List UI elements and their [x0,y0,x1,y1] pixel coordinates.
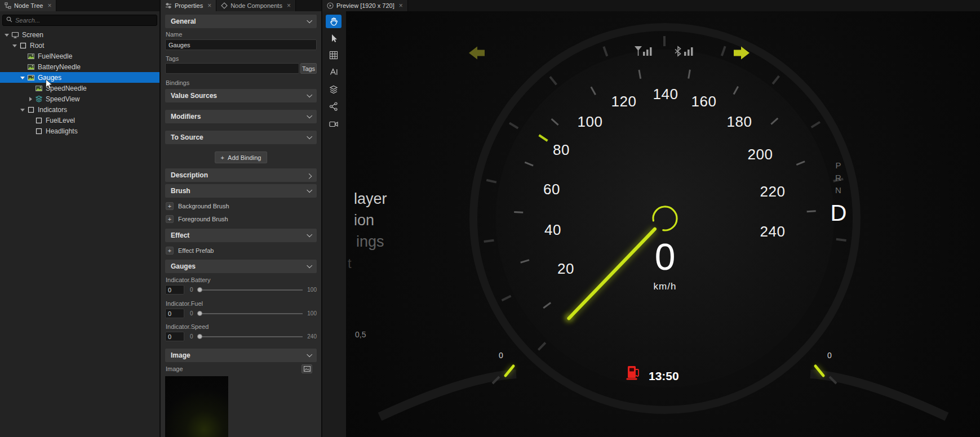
search-box[interactable] [2,15,157,26]
tree-item-speedneedle[interactable]: SpeedNeedle [0,83,159,93]
indicator-speed-slider[interactable] [198,336,303,337]
expander-spacer [19,51,26,61]
expander-icon[interactable] [27,93,34,104]
tree-item-label: SpeedView [46,95,80,103]
video-camera-icon [329,119,339,129]
left-turn-signal-icon [469,47,485,60]
gear-p: P [835,160,841,170]
image-thumbnail[interactable] [165,376,228,437]
tags-button[interactable]: Tags [300,63,317,74]
indicator-fuel-label: Indicator.Fuel [166,300,203,307]
tags-label: Tags [166,55,179,62]
add-background-brush[interactable]: + Background Brush [166,201,229,211]
search-input[interactable] [15,17,153,24]
section-general[interactable]: General [165,15,317,28]
tree-item-headlights[interactable]: Headlights [0,126,159,136]
close-icon[interactable]: × [399,2,403,9]
add-effect-prefab[interactable]: + Effect Prefab [166,246,214,256]
tab-node-tree[interactable]: Node Tree × [0,0,56,11]
tree-item-label: Screen [22,31,43,39]
section-image[interactable]: Image [165,349,317,362]
section-modifiers[interactable]: Modifiers [165,110,317,123]
indicator-fuel-row: 0 100 [165,309,317,319]
image-icon [27,52,35,60]
image-icon [35,84,43,92]
indicator-battery-input[interactable] [165,285,184,295]
expander-spacer [19,61,26,72]
tree-icon [5,2,11,9]
tags-field[interactable] [165,63,299,74]
expander-icon[interactable] [3,29,10,40]
section-brush[interactable]: Brush [165,184,317,198]
chevron-right-icon [307,173,312,179]
tree-item-screen[interactable]: Screen [0,29,159,40]
node-icon [19,42,27,50]
image-picker-button[interactable] [301,364,312,373]
section-value-sources[interactable]: Value Sources [165,89,317,102]
section-to-source[interactable]: To Source [165,131,317,144]
tree-item-fuellevel[interactable]: FuelLevel [0,115,159,126]
interact-tool-button[interactable] [326,15,342,28]
node-icon [35,127,43,135]
expander-spacer [27,115,34,126]
layers-tool-button[interactable] [326,83,342,96]
preview-viewport[interactable]: 20 40 60 80 100 120 140 160 180 200 220 … [346,11,980,437]
close-icon[interactable]: × [287,2,291,9]
add-binding-button[interactable]: + Add Binding [215,151,268,163]
slider-handle[interactable] [197,287,202,292]
indicator-battery-slider[interactable] [198,289,303,291]
preview-tabbar: Preview [1920 x 720] × [322,0,980,11]
chevron-down-icon [307,92,312,97]
expander-icon[interactable] [11,40,18,51]
tab-properties[interactable]: Properties × [161,0,216,11]
plus-icon: + [166,215,174,223]
close-icon[interactable]: × [47,2,51,9]
section-label: Value Sources [171,92,217,100]
select-tool-button[interactable] [326,32,342,45]
camera-tool-button[interactable] [326,117,342,131]
tree-item-root[interactable]: Root [0,40,159,51]
add-binding-label: Add Binding [228,154,261,161]
plus-icon: + [221,154,224,161]
text-tool-button[interactable] [326,65,342,79]
tree-item-indicators[interactable]: Indicators [0,104,159,115]
brush-item-label: Foreground Brush [178,216,228,222]
indicator-battery-label: Indicator.Battery [166,277,211,283]
indicator-fuel-slider[interactable] [198,313,303,314]
name-field[interactable] [165,39,317,50]
tree-item-batteryneedle[interactable]: BatteryNeedle [0,61,159,72]
chevron-down-icon [307,17,312,23]
nodes-tool-button[interactable] [326,100,342,113]
section-gauges[interactable]: Gauges [165,260,317,273]
indicator-fuel-input[interactable] [165,309,184,318]
left-gauge-zero: 0 [499,351,503,360]
share-nodes-icon [329,101,339,112]
menu-item-fragment: layer [354,190,387,208]
section-effect[interactable]: Effect [165,229,317,242]
dial-number: 100 [578,113,603,131]
tab-preview[interactable]: Preview [1920 x 720] × [322,0,408,11]
menu-item-fragment: t [348,256,352,271]
tab-node-components[interactable]: Node Components × [216,0,296,11]
image-label: Image [166,365,183,372]
tree-item-label: FuelNeedle [38,52,72,60]
add-foreground-brush[interactable]: + Foreground Brush [166,214,228,224]
expander-icon[interactable] [19,104,26,115]
close-icon[interactable]: × [207,2,211,9]
brush-item-label: Background Brush [178,203,229,209]
slider-min-label: 0 [190,333,193,340]
left-scale-value: 0,5 [355,330,366,339]
chevron-down-icon [307,262,312,268]
section-description[interactable]: Description [165,168,317,182]
tree-item-fuelneedle[interactable]: FuelNeedle [0,51,159,61]
slider-handle[interactable] [197,311,202,316]
tree-item-gauges[interactable]: Gauges [0,72,159,83]
expander-icon[interactable] [19,72,26,83]
grid-tool-button[interactable] [326,48,342,62]
hand-icon [329,16,339,26]
tree-item-speedview[interactable]: SpeedView [0,93,159,104]
slider-handle[interactable] [197,334,202,339]
dial-number: 20 [557,260,574,278]
indicator-speed-input[interactable] [165,332,184,341]
section-label: Description [171,171,208,179]
